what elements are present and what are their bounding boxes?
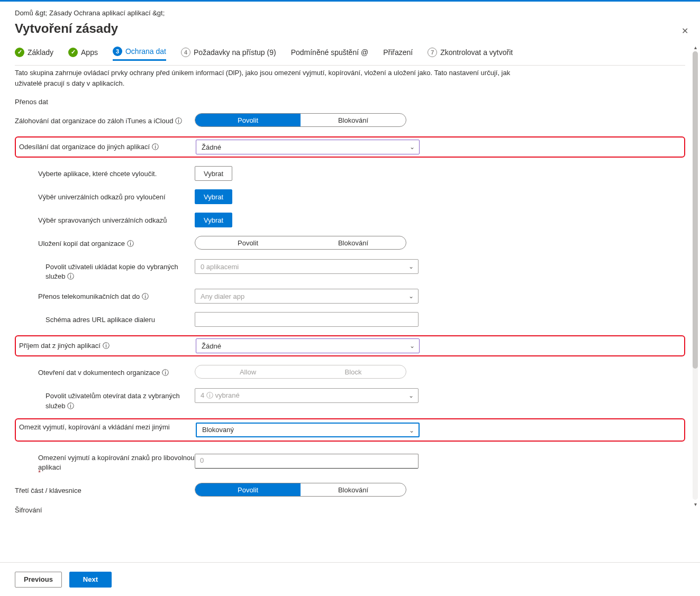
universal-links-exclude-button[interactable]: Vybrat: [195, 189, 232, 204]
tab-access-requirements[interactable]: 4 Požadavky na přístup (9): [181, 48, 276, 60]
label-universal-links-exclude: Výběr univerzálních odkazů pro vyloučení: [15, 189, 195, 202]
check-icon: ✓: [15, 48, 24, 57]
chevron-down-icon: ⌄: [408, 292, 414, 300]
section-description: Tato skupina zahrnuje ovládací prvky och…: [15, 68, 512, 88]
breadcrumb: Domů &gt; Zásady Ochrana aplikací aplika…: [15, 9, 685, 17]
highlight-send-org-data: Odesílání dat organizace do jiných aplik…: [15, 136, 685, 158]
step-number-badge: 4: [181, 48, 190, 57]
label-char-limit-text: Omezení vyjmutí a kopírování znaků pro l…: [38, 454, 195, 471]
tab-assignments[interactable]: Přiřazení: [383, 48, 413, 60]
select-allow-open-value: 4 ⓘ vybrané: [201, 391, 240, 400]
toggle-backup-block[interactable]: Blokování: [301, 114, 406, 126]
tab-access-label: Požadavky na přístup (9): [194, 48, 276, 57]
section-heading-encryption: Šifrování: [15, 506, 685, 514]
tab-data-protection-label: Ochrana dat: [125, 47, 166, 56]
tab-apps[interactable]: ✓ Apps: [68, 48, 98, 60]
toggle-save-copies-allow[interactable]: Povolit: [195, 236, 301, 249]
select-telecom-value: Any dialer app: [201, 292, 244, 300]
step-number-badge: 7: [428, 48, 437, 57]
toggle-backup-allow[interactable]: Povolit: [195, 114, 301, 126]
tab-data-protection[interactable]: 3 Ochrana dat: [113, 47, 166, 61]
label-allow-open-services: Povolit uživatelům otevírat data z vybra…: [15, 388, 195, 410]
select-restrict-ccp[interactable]: Blokovaný ⌄: [196, 423, 420, 437]
highlight-receive-data: Příjem dat z jiných aplikací ⓘ Žádné ⌄: [15, 335, 685, 356]
chevron-down-icon: ⌄: [409, 427, 414, 434]
scrollbar-up-icon[interactable]: ▴: [693, 44, 698, 50]
scrollbar-thumb[interactable]: [693, 51, 698, 369]
label-save-copies: Uložení kopií dat organizace ⓘ: [15, 236, 195, 249]
tab-assign-label: Přiřazení: [383, 48, 413, 57]
next-button[interactable]: Next: [69, 572, 112, 588]
previous-button[interactable]: Previous: [15, 572, 62, 588]
divider: [15, 65, 685, 66]
select-receive-value: Žádné: [202, 342, 221, 350]
section-heading-transfer: Přenos dat: [15, 98, 685, 106]
select-restrict-ccp-value: Blokovaný: [202, 426, 234, 434]
check-icon: ✓: [68, 48, 78, 57]
select-allow-save-services[interactable]: 0 aplikacemi ⌄: [195, 259, 419, 274]
managed-universal-links-button[interactable]: Vybrat: [195, 213, 232, 227]
select-send-org-data[interactable]: Žádné ⌄: [196, 140, 420, 154]
tab-review-label: Zkontrolovat a vytvořit: [440, 48, 513, 57]
select-telecom-data[interactable]: Any dialer app ⌄: [195, 289, 419, 304]
chevron-down-icon: ⌄: [408, 263, 414, 270]
label-char-limit: Omezení vyjmutí a kopírování znaků pro l…: [15, 450, 195, 472]
wizard-footer: Previous Next: [0, 562, 700, 596]
tab-basics-label: Základy: [28, 48, 53, 57]
label-select-apps-exclude: Vyberte aplikace, které chcete vyloučit.: [15, 166, 195, 179]
select-receive-data[interactable]: Žádné ⌄: [196, 338, 420, 353]
label-open-org-documents: Otevření dat v dokumentech organizace ⓘ: [15, 365, 195, 378]
toggle-open-block[interactable]: Block: [301, 365, 406, 378]
highlight-restrict-ccp: Omezit vyjmutí, kopírování a vkládání me…: [15, 418, 685, 442]
label-third-party-keyboard: Třetí část / klávesnice: [15, 483, 195, 496]
tab-review-create[interactable]: 7 Zkontrolovat a vytvořit: [428, 48, 513, 60]
breadcrumb-policies[interactable]: Zásady Ochrana aplikací aplikací &gt;: [49, 9, 165, 17]
input-char-limit[interactable]: [195, 454, 419, 469]
tab-basics[interactable]: ✓ Základy: [15, 48, 53, 60]
label-telecom-data: Přenos telekomunikačních dat do ⓘ: [15, 289, 195, 301]
label-backup-itunes-icloud: Zálohování dat organizace do záloh iTune…: [15, 113, 195, 126]
label-dialer-url-scheme: Schéma adres URL aplikace dialeru: [15, 312, 195, 325]
label-managed-universal-links: Výběr spravovaných univerzálních odkazů: [15, 213, 195, 225]
toggle-save-copies-block[interactable]: Blokování: [301, 236, 406, 249]
toggle-3pkbd-block[interactable]: Blokování: [301, 483, 406, 496]
toggle-open-org-documents[interactable]: Allow Block: [195, 365, 406, 379]
close-icon[interactable]: ✕: [681, 26, 688, 36]
required-star: *: [38, 468, 41, 478]
chevron-down-icon: ⌄: [410, 143, 415, 151]
input-dialer-url-scheme[interactable]: [195, 312, 419, 327]
tab-conditional-label: Podmíněné spuštění @: [291, 48, 369, 57]
toggle-3pkbd-allow[interactable]: Povolit: [195, 483, 301, 496]
tab-conditional-launch[interactable]: Podmíněné spuštění @: [291, 48, 369, 60]
scrollbar[interactable]: ▴ ▾: [693, 51, 698, 500]
wizard-tabs: ✓ Základy ✓ Apps 3 Ochrana dat 4 Požadav…: [15, 47, 685, 61]
toggle-backup[interactable]: Povolit Blokování: [195, 113, 406, 127]
chevron-down-icon: ⌄: [410, 342, 415, 350]
select-allow-open-services[interactable]: 4 ⓘ vybrané ⌄: [195, 388, 419, 403]
page-title: Vytvoření zásady: [15, 21, 685, 36]
select-apps-exclude-button[interactable]: Vybrat: [195, 166, 232, 181]
toggle-save-copies[interactable]: Povolit Blokování: [195, 236, 406, 250]
toggle-open-allow[interactable]: Allow: [195, 365, 301, 378]
chevron-down-icon: ⌄: [408, 392, 414, 399]
select-allow-save-value: 0 aplikacemi: [201, 263, 239, 271]
scrollbar-down-icon[interactable]: ▾: [693, 501, 698, 507]
label-allow-save-services: Povolit uživateli ukládat kopie do vybra…: [15, 259, 195, 281]
step-number-badge: 3: [113, 47, 122, 56]
tab-apps-label: Apps: [81, 48, 98, 57]
select-send-org-data-value: Žádné: [202, 143, 221, 151]
toggle-third-party-keyboard[interactable]: Povolit Blokování: [195, 483, 406, 497]
breadcrumb-home[interactable]: Domů &gt;: [15, 9, 47, 17]
